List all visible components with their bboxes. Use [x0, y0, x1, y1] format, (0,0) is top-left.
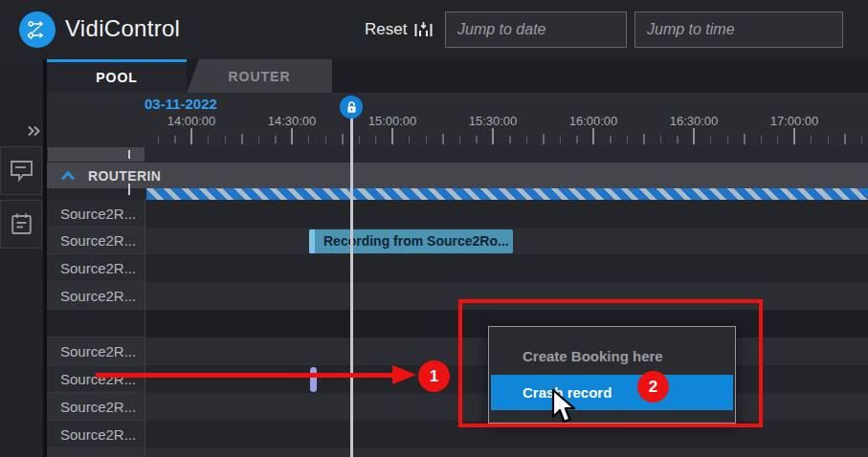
row-label[interactable]: Source2R...	[47, 254, 145, 282]
group-summary-track[interactable]	[47, 188, 868, 200]
ruler-tick-medium	[643, 134, 645, 144]
comment-icon	[10, 160, 33, 182]
reset-zoom-icon	[413, 20, 434, 39]
annotation-arrow-head	[392, 365, 416, 384]
row-label[interactable]: Source2R...	[47, 337, 145, 365]
ruler-tick-major	[793, 128, 795, 144]
row-label[interactable]: Source2R...	[47, 393, 145, 421]
tab-pool-label: POOL	[96, 70, 138, 85]
ruler-tick-major	[592, 128, 594, 144]
mouse-cursor-icon	[549, 388, 576, 426]
ruler-tick-medium	[844, 134, 846, 144]
time-label: 14:30:00	[268, 114, 317, 128]
ruler-minor-ticks	[148, 136, 868, 143]
annotation-step-1-badge: 1	[418, 360, 450, 392]
context-menu: Create Booking here Crash record	[488, 326, 736, 424]
timeline-date-label: 03-11-2022	[145, 96, 217, 112]
playhead-line	[350, 116, 353, 457]
row-label[interactable]: Source2R...	[47, 365, 145, 393]
row-label-empty	[47, 310, 145, 337]
recording-block-label: Recording from Source2Ro...	[315, 229, 509, 253]
app-title: VidiControl	[65, 15, 180, 42]
row-label[interactable]: Source2R...	[47, 282, 145, 310]
group-title: ROUTERIN	[88, 168, 161, 184]
app-logo	[19, 11, 56, 48]
timeline-event-marker[interactable]	[310, 367, 317, 392]
group-header-routerin[interactable]: ROUTERIN	[47, 163, 868, 188]
reset-label: Reset	[365, 20, 407, 39]
time-label: 16:00:00	[569, 114, 618, 128]
ruler-tick-major	[492, 128, 494, 144]
row-label[interactable]: Source2R...	[47, 421, 145, 448]
tab-strip: POOL ROUTER	[47, 59, 868, 93]
armed-recording-hatch	[146, 188, 868, 200]
table-row: Source2R...	[0, 421, 868, 448]
tab-pool[interactable]: POOL	[47, 59, 187, 93]
table-row	[0, 448, 868, 457]
reset-button[interactable]: Reset	[365, 0, 434, 59]
header-bar: VidiControl Reset	[0, 0, 868, 59]
row-label[interactable]: Source2R...	[47, 200, 145, 228]
open-padlock-icon	[346, 101, 357, 114]
jump-to-time-input[interactable]	[647, 21, 846, 38]
ruler-tick-medium	[744, 134, 746, 144]
row-track[interactable]	[145, 254, 868, 282]
ruler-tick-major	[190, 128, 192, 144]
table-row	[0, 310, 868, 337]
recording-block[interactable]: Recording from Source2Ro...	[309, 229, 513, 253]
table-row: Source2R...	[0, 393, 868, 421]
annotation-arrow	[96, 373, 394, 378]
ruler-tick-major	[291, 128, 293, 144]
ruler-tick-medium	[342, 134, 344, 144]
annotation-step-2-badge: 2	[637, 371, 669, 403]
ruler-tick-medium	[241, 134, 243, 144]
time-label: 17:00:00	[770, 114, 819, 128]
tab-router[interactable]: ROUTER	[187, 59, 332, 93]
row-label[interactable]: Source2R...	[47, 228, 145, 254]
time-label: 15:00:00	[368, 114, 417, 128]
time-label: 14:00:00	[167, 114, 216, 128]
tab-router-label: ROUTER	[228, 69, 290, 84]
playhead-handle[interactable]	[340, 96, 363, 119]
scrollbar-marker	[128, 150, 130, 159]
ruler-tick-medium	[543, 134, 545, 144]
row-label-empty	[47, 448, 145, 457]
jump-to-date-field[interactable]	[445, 11, 627, 48]
menu-item-create-booking[interactable]: Create Booking here	[489, 337, 735, 375]
sidebar-comments-button[interactable]	[0, 146, 42, 195]
group-marker	[128, 184, 130, 195]
timeline-scrollbar-track[interactable]	[47, 145, 868, 163]
ruler-tick-major	[391, 128, 393, 144]
routing-arrows-icon	[27, 19, 48, 40]
jump-to-time-field[interactable]	[634, 11, 843, 48]
row-track[interactable]	[145, 421, 868, 448]
ruler-tick-medium	[442, 134, 444, 144]
vidicontrol-app: VidiControl Reset	[0, 0, 868, 457]
row-track[interactable]	[145, 448, 868, 457]
row-track[interactable]	[145, 200, 868, 228]
time-label: 15:30:00	[469, 114, 518, 128]
time-label: 16:30:00	[670, 114, 719, 128]
table-row: Source2R...	[0, 200, 868, 228]
ruler-ticks	[0, 127, 868, 144]
chevron-up-icon[interactable]	[60, 171, 76, 181]
row-track[interactable]	[145, 282, 868, 310]
table-row: Source2R...	[0, 282, 868, 310]
table-row: Source2R...	[0, 254, 868, 282]
ruler-tick-major	[693, 128, 695, 144]
jump-to-date-input[interactable]	[457, 21, 657, 38]
menu-item-crash-record[interactable]: Crash record	[491, 375, 733, 410]
